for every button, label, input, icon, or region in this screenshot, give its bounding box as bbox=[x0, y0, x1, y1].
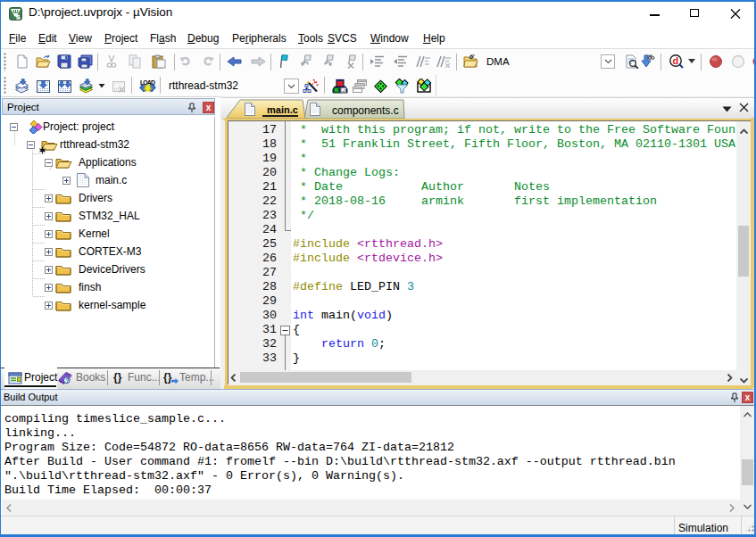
svg-text:d: d bbox=[673, 55, 679, 66]
svg-text:?: ? bbox=[65, 376, 70, 384]
